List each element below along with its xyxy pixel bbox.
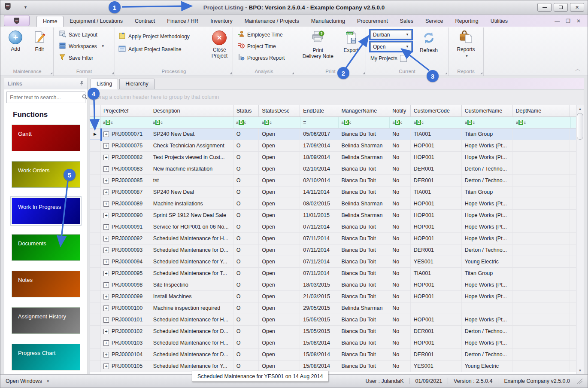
cell-customername[interactable]: Hope Works (Pt...	[462, 279, 513, 290]
cell-enddate[interactable]: 18/09/2014	[300, 152, 338, 163]
function-button-work-orders[interactable]: Work Orders	[12, 161, 80, 188]
mdi-restore-icon[interactable]: ❐	[566, 18, 570, 24]
cell-enddate[interactable]: 02/10/2014	[300, 175, 338, 186]
cell-customername[interactable]: Hope Works (Pt...	[462, 337, 513, 348]
abc-filter-icon[interactable]: aBc	[153, 120, 163, 125]
expand-row-icon[interactable]: +	[103, 317, 109, 323]
abc-filter-icon[interactable]: aBc	[236, 120, 246, 125]
cell-managername[interactable]: Bianca Du Toit	[338, 349, 389, 360]
cell-enddate[interactable]: 02/10/2014	[300, 163, 338, 174]
cell-projectref[interactable]: +PRJ0000102	[100, 326, 150, 337]
filter-cell-enddate[interactable]: =	[300, 117, 339, 128]
cell-deptname[interactable]	[512, 210, 570, 221]
row-indicator[interactable]	[90, 186, 100, 198]
function-button-work-in-progress[interactable]: Work In Progress	[12, 198, 80, 224]
search-input[interactable]	[7, 95, 82, 101]
table-row[interactable]: +PRJ0000100Machine inspection requiredOO…	[90, 302, 576, 314]
cell-status[interactable]: O	[233, 268, 259, 279]
column-header-deptname[interactable]: DeptName	[512, 105, 570, 116]
refresh-button[interactable]: Refresh	[417, 29, 441, 53]
expand-row-icon[interactable]: +	[103, 131, 109, 137]
cell-managername[interactable]: Bianca Du Toit	[338, 233, 389, 244]
cell-managername[interactable]: Bianca Du Toit	[338, 279, 389, 290]
pin-icon[interactable]	[79, 80, 84, 87]
cell-projectref[interactable]: +PRJ0000091	[100, 221, 150, 232]
search-icon[interactable]	[82, 94, 88, 101]
table-row[interactable]: +PRJ0000087SP240 New DealOOpen14/11/2014…	[90, 186, 576, 198]
cell-projectref[interactable]: +PRJ0000105	[100, 361, 150, 372]
cell-notify[interactable]: No	[389, 291, 411, 302]
dialog-launcher-icon[interactable]	[112, 72, 114, 74]
expand-row-icon[interactable]: +	[103, 294, 109, 299]
row-indicator[interactable]	[90, 337, 100, 348]
cell-description[interactable]: Scheduled Maintenance for Y...	[150, 256, 233, 267]
expand-row-icon[interactable]: +	[103, 201, 109, 207]
cell-enddate[interactable]: 07/11/2014	[300, 256, 338, 267]
row-indicator[interactable]	[90, 198, 100, 209]
cell-status[interactable]: O	[233, 361, 259, 372]
expand-row-icon[interactable]: +	[103, 306, 109, 311]
filter-cell-status[interactable]: aBc	[233, 117, 259, 128]
cell-statusdesc[interactable]: Open	[259, 128, 300, 140]
row-indicator[interactable]	[90, 268, 100, 279]
expand-row-icon[interactable]: +	[103, 236, 109, 241]
cell-notify[interactable]: No	[389, 256, 411, 267]
cell-enddate[interactable]: 15/08/2014	[300, 349, 338, 360]
cell-managername[interactable]: Belinda Sharman	[338, 210, 389, 221]
cell-description[interactable]: Scheduled Maintenance for D...	[150, 244, 233, 256]
row-indicator[interactable]	[90, 302, 100, 314]
expand-row-icon[interactable]: +	[103, 282, 109, 288]
cell-statusdesc[interactable]: Open	[259, 175, 300, 186]
cell-description[interactable]: Install Machines	[150, 291, 233, 302]
cell-managername[interactable]: Bianca Du Toit	[338, 163, 389, 174]
cell-customercode[interactable]: DER001	[411, 326, 462, 337]
cell-status[interactable]: O	[233, 175, 259, 186]
function-button-notes[interactable]: Notes	[12, 271, 80, 297]
cell-enddate[interactable]: 11/01/2015	[300, 210, 338, 221]
cell-projectref[interactable]: +PRJ0000099	[100, 291, 150, 302]
my-projects-checkbox[interactable]	[400, 55, 407, 62]
vertical-scrollbar[interactable]: ▲ ▼	[576, 105, 584, 374]
scroll-down-icon[interactable]: ▼	[576, 367, 584, 374]
maximize-button[interactable]	[554, 3, 568, 12]
cell-notify[interactable]: No	[389, 210, 411, 221]
cell-deptname[interactable]	[512, 140, 570, 151]
cell-status[interactable]: O	[233, 291, 259, 302]
cell-status[interactable]: O	[233, 198, 259, 209]
workspaces-button[interactable]: Workspaces ▼	[58, 40, 106, 52]
cell-managername[interactable]: Bianca Du Toit	[338, 337, 389, 348]
print-delivery-note-button[interactable]: ? PrintDelivery Note	[300, 29, 336, 59]
cell-managername[interactable]: Belinda Sharman	[338, 302, 389, 314]
cell-status[interactable]: O	[233, 233, 259, 244]
expand-row-icon[interactable]: +	[103, 143, 109, 149]
cell-customercode[interactable]: HOP001	[411, 152, 462, 163]
row-indicator[interactable]	[90, 175, 100, 186]
cell-enddate[interactable]: 14/11/2014	[300, 186, 338, 198]
cell-notify[interactable]: No	[389, 349, 411, 360]
abc-filter-icon[interactable]: aBc	[465, 120, 475, 125]
dialog-launcher-icon[interactable]	[230, 72, 232, 74]
ribbon-tab-equipment-locations[interactable]: Equipment / Locations	[64, 16, 129, 27]
cell-managername[interactable]: Bianca Du Toit	[338, 314, 389, 325]
cell-status[interactable]: O	[233, 244, 259, 256]
cell-projectref[interactable]: +PRJ0000103	[100, 337, 150, 348]
table-row[interactable]: +PRJ0000095Scheduled Maintenance for T..…	[90, 268, 576, 279]
cell-notify[interactable]: No	[389, 128, 411, 140]
abc-filter-icon[interactable]: aBc	[341, 120, 351, 125]
cell-customercode[interactable]: HOP001	[411, 221, 462, 232]
cell-deptname[interactable]	[512, 244, 570, 256]
cell-statusdesc[interactable]: Open	[259, 221, 300, 232]
abc-filter-icon[interactable]: aBc	[392, 120, 402, 125]
cell-customername[interactable]: Hope Works (Pt...	[462, 221, 513, 232]
row-indicator[interactable]	[90, 244, 100, 256]
cell-projectref[interactable]: +PRJ0000092	[100, 233, 150, 244]
table-row[interactable]: +PRJ0000099Install MachinesOOpen21/03/20…	[90, 291, 576, 302]
ribbon-tab-procurement[interactable]: Procurement	[351, 16, 394, 27]
cell-notify[interactable]: No	[389, 175, 411, 186]
expand-row-icon[interactable]: +	[103, 189, 109, 195]
cell-status[interactable]: O	[233, 152, 259, 163]
cell-statusdesc[interactable]: Open	[259, 302, 300, 314]
dialog-launcher-icon[interactable]	[50, 72, 52, 74]
cell-description[interactable]: Scheduled Maintenance for H...	[150, 233, 233, 244]
ribbon-tab-finance-hr[interactable]: Finance / HR	[161, 16, 204, 27]
